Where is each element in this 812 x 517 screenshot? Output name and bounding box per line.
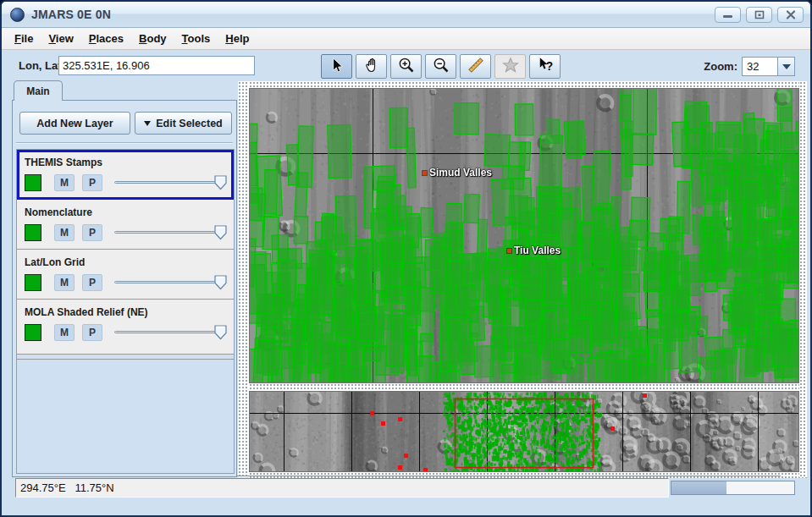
slider-thumb[interactable] — [214, 175, 227, 194]
layer-visibility-swatch[interactable] — [25, 174, 41, 191]
stamp-tool-button — [494, 54, 526, 79]
zoom-combo-button[interactable] — [777, 58, 794, 75]
select-tool-button[interactable] — [321, 54, 352, 79]
layer-name: MOLA Shaded Relief (NE) — [25, 306, 148, 318]
zoom-out-icon — [433, 57, 450, 77]
lonlat-input[interactable] — [58, 56, 255, 75]
menu-help[interactable]: Help — [218, 29, 257, 48]
cursor-coordinates: 294.75°E 11.75°N — [15, 478, 669, 498]
lonlat-label: Lon, Lat — [19, 59, 62, 72]
panner-view[interactable] — [249, 391, 799, 472]
layer-list: THEMIS StampsMPNomenclatureMPLat/Lon Gri… — [16, 149, 235, 474]
zoom-value: 32 — [743, 58, 777, 75]
zoom-in-icon — [398, 57, 415, 77]
layer-m-button[interactable]: M — [54, 324, 75, 341]
chevron-down-icon — [144, 121, 151, 126]
layer-m-button[interactable]: M — [54, 174, 75, 191]
window-controls — [715, 7, 804, 23]
select-icon — [329, 57, 345, 77]
ruler-icon — [467, 57, 484, 77]
tab-main[interactable]: Main — [14, 80, 63, 101]
main-map-canvas[interactable] — [250, 89, 798, 382]
menu-file[interactable]: File — [7, 29, 41, 48]
divider — [16, 142, 233, 144]
star-icon — [502, 57, 519, 77]
slider-track — [114, 331, 224, 333]
slider-track — [114, 231, 224, 234]
slider-track — [114, 181, 224, 184]
chevron-down-icon — [782, 64, 791, 69]
maximize-button[interactable] — [746, 7, 772, 23]
layer-row[interactable]: NomenclatureMP — [17, 200, 234, 250]
main-map-view[interactable]: Simud VallesTiu Valles — [249, 88, 799, 383]
layer-p-button[interactable]: P — [82, 174, 102, 191]
zoom-combo[interactable]: 32 — [742, 57, 795, 76]
layer-opacity-slider[interactable] — [114, 225, 227, 240]
panner-canvas[interactable] — [250, 392, 798, 471]
layer-opacity-slider[interactable] — [114, 325, 227, 340]
layer-row[interactable]: THEMIS StampsMP — [17, 150, 234, 200]
map-margin-top — [249, 81, 807, 88]
edit-selected-label: Edit Selected — [156, 118, 223, 129]
add-new-layer-button[interactable]: Add New Layer — [19, 112, 130, 135]
zoom-label: Zoom: — [704, 60, 737, 73]
slider-track — [114, 281, 224, 283]
title-bar[interactable]: JMARS 0E 0N — [2, 2, 810, 28]
layer-visibility-swatch[interactable] — [25, 224, 41, 241]
layer-opacity-slider[interactable] — [114, 175, 227, 190]
context-help-tool-button[interactable]: ? — [529, 54, 561, 79]
menu-bar: FileViewPlacesBodyToolsHelp — [2, 28, 810, 50]
layer-row[interactable]: Lat/Lon GridMP — [17, 250, 234, 300]
window-title: JMARS 0E 0N — [31, 8, 111, 21]
layer-p-button[interactable]: P — [82, 224, 102, 241]
jmars-window: JMARS 0E 0N FileViewPlacesBodyToolsHelp … — [0, 0, 812, 517]
layer-name: THEMIS Stamps — [25, 157, 102, 168]
progress-bar — [671, 481, 795, 495]
menu-places[interactable]: Places — [81, 29, 131, 48]
layer-name: Nomenclature — [25, 206, 92, 218]
slider-thumb[interactable] — [214, 225, 227, 244]
slider-thumb[interactable] — [214, 325, 227, 344]
pan-icon — [363, 57, 380, 77]
layer-visibility-swatch[interactable] — [25, 274, 41, 291]
progress-fill — [671, 481, 726, 494]
layer-p-button[interactable]: P — [82, 274, 102, 291]
edit-selected-button[interactable]: Edit Selected — [135, 112, 232, 135]
layer-list-empty-area — [17, 359, 234, 473]
zoom-out-tool-button[interactable] — [425, 54, 456, 79]
close-button[interactable] — [777, 7, 804, 23]
pan-tool-button[interactable] — [356, 54, 387, 79]
map-margin-middle — [249, 383, 807, 391]
layer-p-button[interactable]: P — [82, 324, 102, 341]
layer-m-button[interactable]: M — [54, 224, 75, 241]
layer-visibility-swatch[interactable] — [25, 324, 41, 341]
tool-buttons: ? — [321, 54, 561, 79]
menu-tools[interactable]: Tools — [174, 29, 218, 48]
svg-text:?: ? — [545, 59, 552, 72]
help-icon: ? — [537, 57, 554, 77]
minimize-button[interactable] — [715, 7, 741, 23]
map-margin-right — [799, 81, 807, 477]
tool-bar: Lon, Lat ? Zoom: 32 — [2, 50, 810, 81]
layer-row[interactable]: MOLA Shaded Relief (NE)MP — [17, 300, 234, 355]
menu-body[interactable]: Body — [131, 29, 174, 48]
layer-manager-panel: Add New Layer Edit Selected THEMIS Stamp… — [12, 100, 237, 477]
zoom-in-tool-button[interactable] — [390, 54, 422, 79]
layer-name: Lat/Lon Grid — [25, 256, 85, 268]
measure-tool-button[interactable] — [460, 54, 491, 79]
layer-opacity-slider[interactable] — [114, 275, 227, 290]
layer-m-button[interactable]: M — [54, 274, 75, 291]
split-divider[interactable] — [238, 81, 249, 477]
slider-thumb[interactable] — [214, 275, 227, 294]
app-globe-icon — [10, 8, 25, 22]
menu-view[interactable]: View — [41, 29, 80, 48]
